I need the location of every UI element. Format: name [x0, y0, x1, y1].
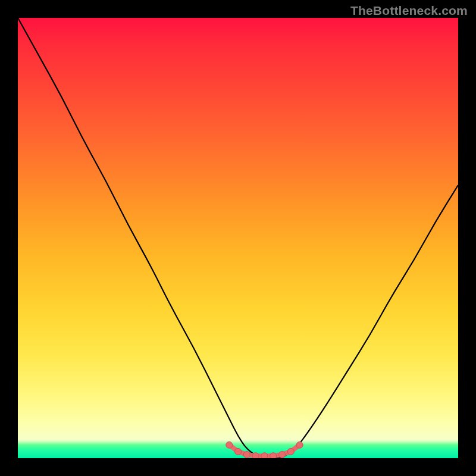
optimal-range-dot — [226, 441, 233, 448]
optimal-range-dot — [296, 441, 303, 448]
optimal-range-line — [229, 445, 299, 456]
curve-svg — [18, 18, 458, 458]
optimal-range-dot — [287, 448, 294, 455]
watermark-text: TheBottleneck.com — [350, 4, 468, 18]
optimal-range-markers — [226, 441, 303, 458]
optimal-range-dot — [279, 452, 286, 458]
optimal-range-dot — [243, 452, 250, 458]
optimal-range-dot — [235, 448, 242, 455]
bottleneck-curve — [18, 18, 458, 458]
optimal-range-dot — [252, 453, 259, 458]
plot-area — [18, 18, 458, 458]
optimal-range-dot — [270, 453, 277, 458]
optimal-range-dot — [261, 453, 268, 458]
chart-frame: TheBottleneck.com — [0, 0, 476, 476]
